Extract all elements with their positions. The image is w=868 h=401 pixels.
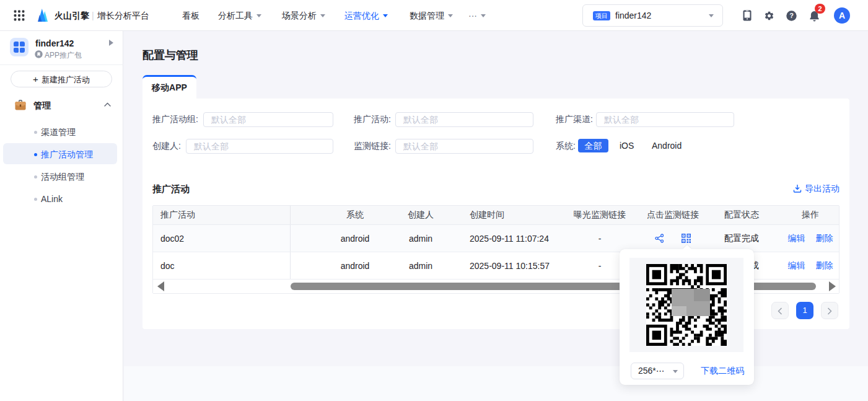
svg-text:?: ? [789, 12, 794, 19]
